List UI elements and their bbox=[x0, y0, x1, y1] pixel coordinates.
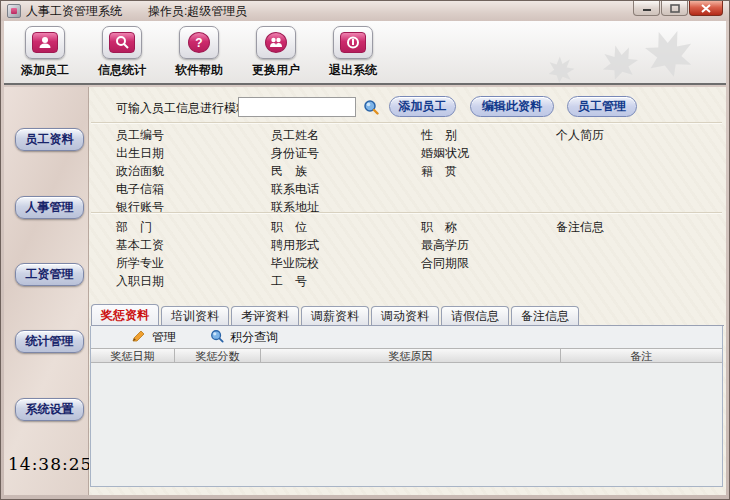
power-exit-icon bbox=[340, 32, 366, 53]
maximize-icon bbox=[670, 4, 680, 13]
field-label-position: 职 位 bbox=[271, 218, 421, 236]
maple-leaf-watermark bbox=[546, 55, 576, 85]
rewards-panel: 管理 积分查询 奖惩日期 奖惩分数 奖惩原因 备注 bbox=[90, 326, 723, 487]
close-icon bbox=[701, 4, 711, 13]
tab-salary-adjustment[interactable]: 调薪资料 bbox=[301, 306, 369, 325]
tool-tile: ? bbox=[179, 26, 219, 59]
separator bbox=[91, 122, 722, 124]
panel-toolbar: 管理 积分查询 bbox=[91, 326, 722, 348]
tab-leave-info[interactable]: 请假信息 bbox=[441, 306, 509, 325]
close-button[interactable] bbox=[689, 1, 723, 16]
search-row: 可输入员工信息进行模糊查询 添加员工 编辑此资料 员工管理 bbox=[89, 96, 726, 118]
toolbar-button-label: 添加员工 bbox=[21, 62, 69, 79]
field-label-phone: 联系电话 bbox=[271, 180, 421, 198]
sidebar-item-hr-management[interactable]: 人事管理 bbox=[15, 196, 84, 219]
toolbar-exit-button[interactable]: 退出系统 bbox=[324, 26, 382, 79]
column-header-note[interactable]: 备注 bbox=[561, 349, 722, 362]
tab-transfer[interactable]: 调动资料 bbox=[371, 306, 439, 325]
field-label-employee-name: 员工姓名 bbox=[271, 126, 421, 144]
field-label-hire-date: 入职日期 bbox=[116, 272, 271, 290]
rewards-table-header: 奖惩日期 奖惩分数 奖惩原因 备注 bbox=[91, 348, 722, 363]
operator-label: 操作员:超级管理员 bbox=[148, 3, 247, 20]
field-label-resume: 个人简历 bbox=[556, 126, 726, 144]
pencil-icon bbox=[131, 329, 146, 346]
search-input[interactable] bbox=[238, 97, 356, 117]
field-label-school: 毕业院校 bbox=[271, 254, 421, 272]
svg-text:?: ? bbox=[195, 36, 202, 50]
main-content: 可输入员工信息进行模糊查询 添加员工 编辑此资料 员工管理 员工编号 员工姓名 … bbox=[89, 87, 726, 495]
window-title: 人事工资管理系统 bbox=[26, 3, 122, 20]
field-label-native-place: 籍 贯 bbox=[421, 162, 556, 180]
toolbar-button-label: 信息统计 bbox=[98, 62, 146, 79]
points-query-icon bbox=[210, 329, 224, 346]
column-header-score[interactable]: 奖惩分数 bbox=[175, 349, 261, 362]
search-icon[interactable] bbox=[363, 99, 379, 119]
toolbar-button-label: 软件帮助 bbox=[175, 62, 223, 79]
app-body: 员工资料 人事管理 工资管理 统计管理 系统设置 14:38:25 可输入员工信… bbox=[4, 87, 726, 495]
points-query-button[interactable]: 积分查询 bbox=[230, 329, 278, 346]
minimize-icon bbox=[642, 4, 652, 12]
field-label-email: 电子信箱 bbox=[116, 180, 271, 198]
tool-tile bbox=[256, 26, 296, 59]
field-label-political-status: 政治面貌 bbox=[116, 162, 271, 180]
sidebar-item-statistics[interactable]: 统计管理 bbox=[15, 330, 84, 353]
employee-manage-button[interactable]: 员工管理 bbox=[567, 96, 637, 117]
tool-tile bbox=[333, 26, 373, 59]
field-label-work-number: 工 号 bbox=[271, 272, 421, 290]
field-label-department: 部 门 bbox=[116, 218, 271, 236]
manage-button[interactable]: 管理 bbox=[152, 329, 176, 346]
tool-tile bbox=[25, 26, 65, 59]
separator bbox=[91, 212, 722, 214]
sidebar: 员工资料 人事管理 工资管理 统计管理 系统设置 14:38:25 bbox=[4, 87, 89, 495]
field-label-marital-status: 婚姻状况 bbox=[421, 144, 556, 162]
sidebar-item-wage-management[interactable]: 工资管理 bbox=[15, 263, 84, 286]
rewards-table-body[interactable] bbox=[91, 363, 722, 486]
toolbar-buttons: 添加员工 信息统计 ? 软件帮助 bbox=[16, 26, 382, 79]
employee-basic-info-form: 员工编号 员工姓名 性 别 个人简历 出生日期 身份证号 婚姻状况 政治面貌 民… bbox=[89, 126, 726, 216]
toolbar-statistics-button[interactable]: 信息统计 bbox=[93, 26, 151, 79]
field-label-contract-term: 合同期限 bbox=[421, 254, 556, 272]
field-label-employee-id: 员工编号 bbox=[116, 126, 271, 144]
add-employee-action-button[interactable]: 添加员工 bbox=[389, 96, 456, 117]
sidebar-item-employee-data[interactable]: 员工资料 bbox=[15, 128, 84, 151]
toolbar-switch-user-button[interactable]: 更换用户 bbox=[247, 26, 305, 79]
field-label-base-salary: 基本工资 bbox=[116, 236, 271, 254]
column-header-date[interactable]: 奖惩日期 bbox=[91, 349, 175, 362]
minimize-button[interactable] bbox=[633, 1, 660, 16]
column-header-reason[interactable]: 奖惩原因 bbox=[261, 349, 561, 362]
clock-display: 14:38:25 bbox=[8, 454, 92, 474]
field-label-employment-type: 聘用形式 bbox=[271, 236, 421, 254]
maple-leaf-watermark bbox=[642, 27, 696, 81]
field-label-major: 所学专业 bbox=[116, 254, 271, 272]
employee-job-info-form: 部 门 职 位 职 称 备注信息 基本工资 聘用形式 最高学历 所学专业 毕业院… bbox=[89, 218, 726, 290]
toolbar-button-label: 更换用户 bbox=[252, 62, 300, 79]
tab-evaluation[interactable]: 考评资料 bbox=[231, 306, 299, 325]
app-window: 人事工资管理系统 操作员:超级管理员 bbox=[0, 0, 730, 500]
field-label-job-title: 职 称 bbox=[421, 218, 556, 236]
main-toolbar: 添加员工 信息统计 ? 软件帮助 bbox=[4, 21, 726, 85]
field-label-education: 最高学历 bbox=[421, 236, 556, 254]
field-label-remarks: 备注信息 bbox=[556, 218, 726, 236]
toolbar-button-label: 退出系统 bbox=[329, 62, 377, 79]
app-icon bbox=[7, 4, 21, 18]
window-controls bbox=[632, 1, 723, 16]
field-label-id-number: 身份证号 bbox=[271, 144, 421, 162]
add-employee-icon bbox=[32, 32, 58, 53]
tool-tile bbox=[102, 26, 142, 59]
maximize-button[interactable] bbox=[661, 1, 688, 16]
tab-remarks-info[interactable]: 备注信息 bbox=[511, 306, 579, 325]
toolbar-help-button[interactable]: ? 软件帮助 bbox=[170, 26, 228, 79]
tab-training[interactable]: 培训资料 bbox=[161, 306, 229, 325]
maple-leaf-watermark bbox=[600, 43, 640, 83]
edit-record-button[interactable]: 编辑此资料 bbox=[470, 96, 554, 117]
toolbar-add-employee-button[interactable]: 添加员工 bbox=[16, 26, 74, 79]
field-label-birth-date: 出生日期 bbox=[116, 144, 271, 162]
field-label-ethnicity: 民 族 bbox=[271, 162, 421, 180]
titlebar: 人事工资管理系统 操作员:超级管理员 bbox=[1, 1, 729, 21]
sidebar-item-system-settings[interactable]: 系统设置 bbox=[15, 398, 84, 421]
field-label-gender: 性 别 bbox=[421, 126, 556, 144]
help-icon: ? bbox=[188, 32, 210, 53]
tab-rewards-punishments[interactable]: 奖惩资料 bbox=[91, 304, 159, 325]
switch-user-icon bbox=[265, 32, 287, 53]
detail-tabstrip: 奖惩资料 培训资料 考评资料 调薪资料 调动资料 请假信息 备注信息 bbox=[91, 305, 724, 326]
